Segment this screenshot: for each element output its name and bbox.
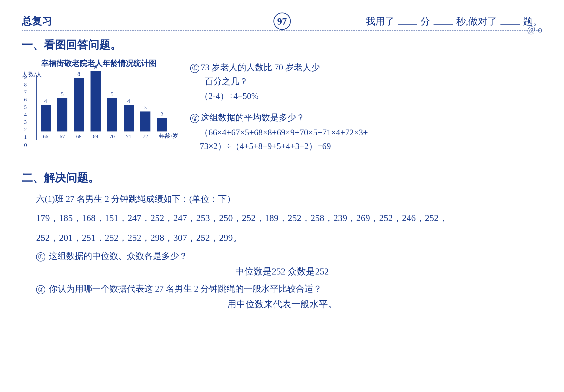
bar-71: 4 71	[122, 98, 135, 140]
chart-area: 幸福街敬老院老人年龄情况统计图 人数/人 1 2 3 4 5 6 7	[22, 58, 176, 161]
corner-mark: @ o	[527, 24, 543, 35]
sub-q1-circle: ①	[36, 252, 45, 262]
bar-72: 3 72	[139, 104, 152, 140]
y-ticks: 1 2 3 4 5 6 7 8 9	[24, 75, 27, 140]
page: 总复习 97 我用了 分 秒,做对了 题。 一、看图回答问题。 幸福街敬老院老人…	[0, 0, 564, 392]
section2-title: 二、解决问题。	[22, 170, 542, 185]
y-tick-6: 6	[24, 97, 27, 102]
header-min-label: 分	[421, 16, 430, 27]
bar-67: 5 67	[55, 91, 69, 140]
data-line1: 179，185，168，151，247，252，247，253，250，252，…	[36, 209, 542, 227]
q2-answer2: 73×2）÷（4+5+8+9+5+4+3+2）=69	[190, 140, 542, 152]
y-tick-4: 4	[24, 112, 27, 117]
data-line2: 252，201，251，252，252，298，307，252，299。	[36, 229, 542, 246]
sub-q2-text: 你认为用哪一个数据代表这 27 名男生 2 分钟跳绳的一般水平比较合适？	[49, 284, 322, 294]
y-tick-1: 1	[24, 134, 27, 140]
blank-done	[500, 24, 520, 25]
sub-q1: ① 这组数据的中位数、众数各是多少？	[36, 249, 542, 263]
bar-rect-72	[140, 112, 151, 131]
y-tick-8: 8	[24, 82, 27, 87]
sub-a1: 中位数是252 众数是252	[22, 265, 542, 278]
sub-q1-text: 这组数据的中位数、众数各是多少？	[49, 251, 188, 261]
section1-title: 一、看图回答问题。	[22, 38, 542, 53]
bar-68: 8 68	[72, 71, 85, 140]
origin-label: 0	[24, 142, 27, 148]
header-sec-label: 秒,做对了	[456, 16, 497, 27]
y-tick-5: 5	[24, 104, 27, 110]
q2-answer1: （66×4+67×5+68×8+69×9+70×5+71×4+72×3+	[190, 127, 542, 139]
blank-min	[398, 24, 417, 25]
q1-answer: （2-4）÷4=50%	[190, 90, 542, 102]
header-we-used: 我用了	[366, 16, 395, 27]
y-tick-9: 9	[24, 75, 27, 80]
bar-69: 9 69	[89, 64, 102, 140]
bar-rect-68	[74, 78, 84, 131]
blank-sec	[434, 24, 453, 25]
bar-rect-71	[124, 105, 134, 131]
section1-content: 幸福街敬老院老人年龄情况统计图 人数/人 1 2 3 4 5 6 7	[22, 58, 542, 161]
bar-66: 4 66	[39, 98, 52, 140]
header-row: 总复习 97 我用了 分 秒,做对了 题。	[22, 14, 542, 28]
page-section-label: 总复习	[22, 14, 52, 28]
q1-text: ①73 岁老人的人数比 70 岁老人少	[190, 61, 542, 75]
header-right-text: 我用了 分 秒,做对了 题。	[366, 15, 542, 28]
sub-a2: 用中位数来代表一般水平。	[22, 298, 542, 310]
problem-intro: 六(1)班 27 名男生 2 分钟跳绳成绩如下：(单位：下）	[36, 191, 542, 207]
y-tick-2: 2	[24, 127, 27, 132]
bars-wrapper: 1 2 3 4 5 6 7 8 9 4	[36, 75, 171, 140]
bar-rect-67	[57, 98, 68, 131]
q1-circle: ①	[190, 64, 199, 73]
header-divider	[22, 30, 542, 31]
chart-container: 人数/人 1 2 3 4 5 6 7 8 9	[22, 70, 171, 157]
questions-area: ①73 岁老人的人数比 70 岁老人少 百分之几？ （2-4）÷4=50% ②这…	[190, 58, 542, 161]
y-tick-3: 3	[24, 119, 27, 125]
x-axis-label: 年龄/岁	[159, 132, 178, 140]
chart-inner: 1 2 3 4 5 6 7 8 9 4	[36, 75, 171, 145]
q2-item: ②这组数据的平均数是多少？ （66×4+67×5+68×8+69×9+70×5+…	[190, 111, 542, 152]
q1-item: ①73 岁老人的人数比 70 岁老人少 百分之几？ （2-4）÷4=50%	[190, 61, 542, 102]
section2: 二、解决问题。 六(1)班 27 名男生 2 分钟跳绳成绩如下：(单位：下） 1…	[22, 170, 542, 311]
bar-rect-66	[41, 105, 51, 131]
q2-circle: ②	[190, 114, 199, 123]
bar-rect-70	[107, 98, 117, 131]
bar-rect-69	[91, 71, 101, 131]
bar-70: 5 70	[105, 91, 119, 140]
q1-text2: 百分之几？	[190, 75, 542, 89]
q2-text: ②这组数据的平均数是多少？	[190, 111, 542, 125]
page-number: 97	[274, 13, 291, 30]
y-tick-7: 7	[24, 90, 27, 95]
bar-rect-73	[157, 118, 167, 131]
sub-q2: ② 你认为用哪一个数据代表这 27 名男生 2 分钟跳绳的一般水平比较合适？	[36, 281, 542, 296]
sub-q2-circle: ②	[36, 285, 45, 294]
